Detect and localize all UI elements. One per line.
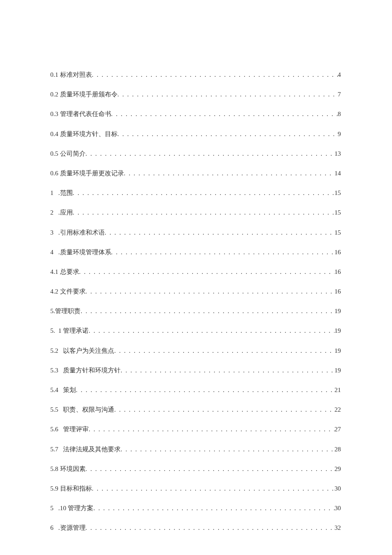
toc-entry-title: 职责、权限与沟通 [63,405,114,414]
toc-entry-title: 资源管理 [60,523,86,532]
toc-entry-number: 0.3 [50,110,58,119]
toc-entry-title: 质量环境手册颁布令 [60,90,118,99]
toc-entry-page: 21 [334,386,341,395]
toc-leader-dots [114,346,334,355]
toc-leader-dots [73,208,335,217]
toc-entry-page: 22 [334,405,341,414]
toc-entry-page: 15 [334,228,341,237]
toc-entry-page: 19 [334,307,341,316]
toc-entry-number: 0.2 [50,90,58,99]
toc-entry-title: 管理评审 [63,425,89,434]
toc-entry-title: 目标和指标 [60,484,92,493]
toc-row: 5.2 以客户为关注焦点 19 [50,346,341,355]
toc-entry-gap: 1 [55,326,63,335]
toc-entry-number: 2 [50,208,54,217]
toc-row: 5.7 法律法规及其他要求 28 [50,445,341,454]
toc-entry-title: 范围 [60,189,73,198]
toc-entry-number: 0.1 [50,70,58,79]
toc-leader-dots [121,366,334,375]
toc-entry-title: 总要求 [60,267,79,276]
toc-entry-title: 策划 [63,386,76,395]
toc-entry-title: 质量环境管理体系 [60,248,111,257]
toc-row: 5. 1 管理承诺 19 [50,326,341,335]
toc-leader-dots [79,267,335,276]
toc-entry-number: 5.5 [50,405,58,414]
toc-leader-dots [81,307,334,316]
toc-entry-page: 4 [338,70,341,79]
toc-row: 5.5 职责、权限与沟通 22 [50,405,341,414]
toc-row: 5.6 管理评审 27 [50,425,341,434]
toc-entry-page: 9 [338,130,341,139]
toc-entry-title: 法律法规及其他要求 [63,445,121,454]
toc-leader-dots [121,445,334,454]
toc-entry-number: 0.6 [50,169,58,178]
toc-row: 0.1 标准对照表 4 [50,70,341,79]
toc-entry-page: 30 [334,504,341,513]
toc-entry-number: 0.4 [50,130,58,139]
toc-entry-page: 19 [334,346,341,355]
toc-entry-number: 5.3 [50,366,58,375]
toc-entry-page: 16 [334,287,341,296]
toc-entry-number: 4 [50,248,54,257]
toc-leader-dots [124,169,335,178]
toc-row: 3 .引用标准和术语 15 [50,228,341,237]
toc-entry-gap: . [54,208,60,217]
toc-entry-page: 28 [334,445,341,454]
toc-entry-page: 27 [334,425,341,434]
toc-entry-page: 14 [334,169,341,178]
toc-row: 5.3 质量方针和环境方针 19 [50,366,341,375]
toc-entry-page: 13 [334,149,341,158]
toc-leader-dots [92,484,335,493]
toc-entry-page: 15 [334,189,341,198]
toc-row: 2 .应用 15 [50,208,341,217]
toc-row: 1 .范围 15 [50,189,341,198]
toc-entry-number: 5.6 [50,425,58,434]
toc-entry-title: 管理职责 [55,307,81,316]
toc-entry-number: 5.9 [50,484,58,493]
toc-entry-title: 引用标准和术语 [60,228,105,237]
toc-entry-page: 8 [338,110,341,119]
table-of-contents: 0.1 标准对照表 40.2 质量环境手册颁布令 70.3 管理者代表任命书 8… [50,70,341,532]
toc-leader-dots [111,110,338,119]
toc-entry-number: 0.5 [50,149,58,158]
toc-leader-dots [86,465,335,474]
toc-entry-page: 19 [334,326,341,335]
toc-entry-number: 5.8 [50,465,58,474]
toc-entry-page: 29 [334,465,341,474]
toc-entry-title: 质量环境手册更改记录 [60,169,124,178]
toc-leader-dots [73,189,335,198]
toc-leader-dots [111,248,335,257]
toc-entry-number: 5.2 [50,346,58,355]
toc-row: 6 .资源管理 32 [50,523,341,532]
toc-entry-title: 以客户为关注焦点 [63,346,114,355]
toc-row: 5.4 策划 21 [50,386,341,395]
toc-entry-number: 5 [50,504,54,513]
toc-leader-dots [89,326,334,335]
toc-leader-dots [86,287,335,296]
toc-leader-dots [105,228,335,237]
toc-entry-number: 1 [50,189,54,198]
toc-row: 0.5 公司简介 13 [50,149,341,158]
toc-row: 4.2 文件要求 16 [50,287,341,296]
toc-leader-dots [92,70,338,79]
toc-entry-gap [58,425,63,434]
toc-entry-page: 19 [334,366,341,375]
toc-entry-gap [58,346,63,355]
toc-entry-number: 5.7 [50,445,58,454]
toc-entry-gap: . [54,523,60,532]
toc-row: 4.1 总要求 16 [50,267,341,276]
toc-entry-page: 32 [334,523,341,532]
toc-entry-gap [58,405,63,414]
toc-entry-title: 环境因素 [60,465,86,474]
toc-entry-title: 管理承诺 [63,326,89,335]
toc-row: 0.2 质量环境手册颁布令 7 [50,90,341,99]
toc-leader-dots [86,523,335,532]
toc-row: 5 .10 管理方案 30 [50,504,341,513]
toc-entry-title: 标准对照表 [60,70,92,79]
toc-entry-gap [58,386,63,395]
toc-row: 5.管理职责 19 [50,307,341,316]
toc-row: 0.6 质量环境手册更改记录 14 [50,169,341,178]
toc-entry-gap: .10 [54,504,68,513]
toc-leader-dots [76,386,334,395]
toc-entry-page: 30 [334,484,341,493]
